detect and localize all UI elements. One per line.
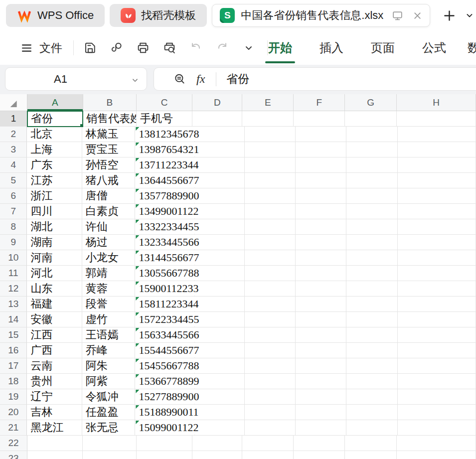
redo-button[interactable] <box>215 40 230 55</box>
row-header-15[interactable]: 15 <box>0 327 27 343</box>
cell-G23[interactable] <box>345 451 397 459</box>
cell-A7[interactable]: 四川 <box>27 204 82 219</box>
cell-D16[interactable] <box>195 343 244 358</box>
cell-D14[interactable] <box>195 312 244 327</box>
cell-E22[interactable] <box>242 436 294 451</box>
cell-B4[interactable]: 孙悟空 <box>82 157 136 173</box>
cell-D9[interactable] <box>195 235 244 250</box>
cell-B3[interactable]: 贾宝玉 <box>82 142 136 157</box>
cell-B5[interactable]: 猪八戒 <box>82 173 136 188</box>
cell-A8[interactable]: 湖北 <box>27 219 82 235</box>
cell-D20[interactable] <box>195 405 244 420</box>
cell-E3[interactable] <box>245 142 296 157</box>
cell-A10[interactable]: 河南 <box>27 250 82 266</box>
cell-C8[interactable]: 13322334455 <box>135 219 195 235</box>
row-header-6[interactable]: 6 <box>0 188 27 204</box>
column-header-F[interactable]: F <box>294 94 345 111</box>
cell-G19[interactable] <box>346 389 398 405</box>
cell-E15[interactable] <box>245 327 296 343</box>
cell-B11[interactable]: 郭靖 <box>82 266 136 281</box>
cell-E4[interactable] <box>245 157 296 173</box>
cell-C10[interactable]: 13144556677 <box>135 250 195 266</box>
column-header-C[interactable]: C <box>137 94 192 111</box>
cell-C4[interactable]: 13711223344 <box>135 157 195 173</box>
cell-C5[interactable]: 13644556677 <box>135 173 195 188</box>
cell-B10[interactable]: 小龙女 <box>82 250 136 266</box>
row-header-3[interactable]: 3 <box>0 142 27 157</box>
cell-A4[interactable]: 广东 <box>27 157 82 173</box>
cell-D17[interactable] <box>195 358 244 374</box>
cell-B19[interactable]: 令狐冲 <box>82 389 136 405</box>
cell-E17[interactable] <box>245 358 296 374</box>
ribbon-tab-page[interactable]: 页面 <box>371 38 395 57</box>
cell-A21[interactable]: 黑龙江 <box>27 420 82 436</box>
cell-D3[interactable] <box>195 142 244 157</box>
cell-E9[interactable] <box>245 235 296 250</box>
cell-B16[interactable]: 乔峰 <box>82 343 136 358</box>
cell-C21[interactable]: 15099001122 <box>135 420 195 436</box>
row-header-12[interactable]: 12 <box>0 281 27 297</box>
row-header-18[interactable]: 18 <box>0 374 27 389</box>
cell-F22[interactable] <box>294 436 345 451</box>
cell-E13[interactable] <box>245 297 296 312</box>
cell-B6[interactable]: 唐僧 <box>82 188 136 204</box>
cell-C16[interactable]: 15544556677 <box>135 343 195 358</box>
cell-G22[interactable] <box>345 436 397 451</box>
cell-G13[interactable] <box>346 297 398 312</box>
cell-G7[interactable] <box>346 204 398 219</box>
cell-B22[interactable] <box>83 436 137 451</box>
cell-E7[interactable] <box>245 204 296 219</box>
cell-A20[interactable]: 吉林 <box>27 405 82 420</box>
cell-D18[interactable] <box>195 374 244 389</box>
ribbon-tab-formula[interactable]: 公式 <box>422 38 446 57</box>
cell-B20[interactable]: 任盈盈 <box>82 405 136 420</box>
cell-H13[interactable] <box>398 297 476 312</box>
row-header-19[interactable]: 19 <box>0 389 27 405</box>
cell-H8[interactable] <box>398 219 476 235</box>
cell-F2[interactable] <box>296 127 346 142</box>
cell-H12[interactable] <box>398 281 476 297</box>
cell-G12[interactable] <box>346 281 398 297</box>
cell-H23[interactable] <box>397 451 476 459</box>
tab-document-active[interactable]: S 中国各省份销售代表信息.xlsx <box>212 4 430 27</box>
cell-A16[interactable]: 广西 <box>27 343 82 358</box>
cell-H18[interactable] <box>398 374 476 389</box>
cell-H10[interactable] <box>398 250 476 266</box>
cell-H11[interactable] <box>398 266 476 281</box>
cell-H21[interactable] <box>398 420 476 436</box>
cell-G18[interactable] <box>346 374 398 389</box>
row-header-20[interactable]: 20 <box>0 405 27 420</box>
row-header-21[interactable]: 21 <box>0 420 27 436</box>
cell-F7[interactable] <box>296 204 346 219</box>
column-header-D[interactable]: D <box>192 94 242 111</box>
cell-G15[interactable] <box>346 327 398 343</box>
cell-F14[interactable] <box>296 312 346 327</box>
cell-A19[interactable]: 辽宁 <box>27 389 82 405</box>
cell-C15[interactable]: 15633445566 <box>135 327 195 343</box>
cell-H19[interactable] <box>398 389 476 405</box>
cell-A22[interactable] <box>27 436 83 451</box>
cell-D4[interactable] <box>195 157 244 173</box>
cell-C1[interactable]: 手机号 <box>137 111 192 127</box>
cell-F6[interactable] <box>296 188 346 204</box>
cell-E21[interactable] <box>245 420 296 436</box>
cell-E14[interactable] <box>245 312 296 327</box>
row-header-1[interactable]: 1 <box>0 111 27 127</box>
cell-C20[interactable]: 15188990011 <box>135 405 195 420</box>
cell-A5[interactable]: 江苏 <box>27 173 82 188</box>
row-header-10[interactable]: 10 <box>0 250 27 266</box>
cell-C9[interactable]: 13233445566 <box>135 235 195 250</box>
cell-G4[interactable] <box>346 157 398 173</box>
cell-C19[interactable]: 15277889900 <box>135 389 195 405</box>
toolbar-more-chevron-icon[interactable] <box>241 40 256 55</box>
cell-D13[interactable] <box>195 297 244 312</box>
cell-C22[interactable] <box>137 436 192 451</box>
cell-F17[interactable] <box>296 358 346 374</box>
cell-H20[interactable] <box>398 405 476 420</box>
cell-E12[interactable] <box>245 281 296 297</box>
cell-C12[interactable]: 15900112233 <box>135 281 195 297</box>
formula-search-icon[interactable] <box>173 72 186 86</box>
cell-D22[interactable] <box>192 436 242 451</box>
cell-F11[interactable] <box>296 266 346 281</box>
cell-H17[interactable] <box>398 358 476 374</box>
